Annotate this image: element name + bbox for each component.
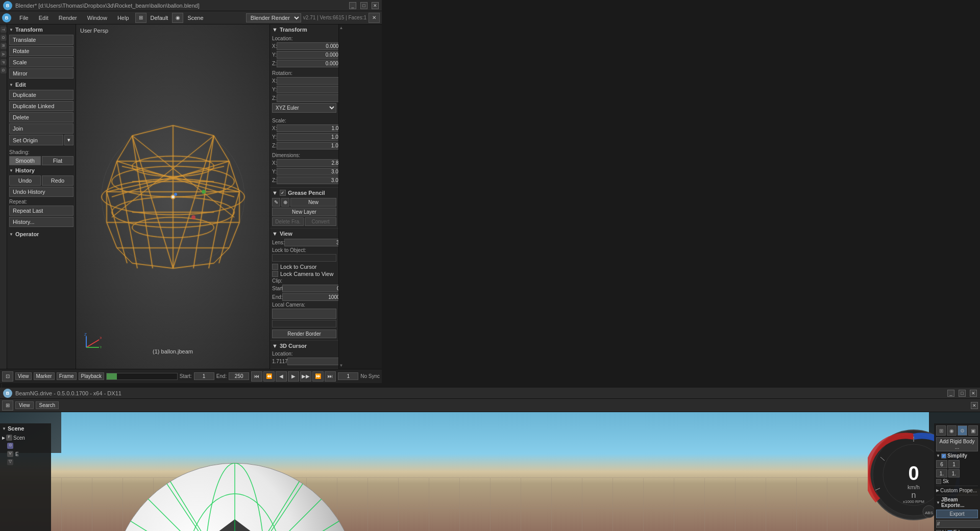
cursor-x-input[interactable]	[287, 358, 338, 365]
beamng-search-btn[interactable]: Search	[36, 401, 59, 409]
rotation-mode-select[interactable]: XYZ Euler	[272, 103, 336, 113]
grease-icon2[interactable]: ⊕	[281, 198, 289, 207]
undo-history-button[interactable]: Undo History	[9, 187, 74, 197]
timeline-track[interactable]	[106, 373, 178, 380]
operator-section-header[interactable]: ▼ Operator	[9, 231, 74, 237]
mirror-button[interactable]: Mirror	[9, 68, 74, 79]
cursor3d-header[interactable]: ▼ 3D Cursor	[272, 343, 336, 349]
loc-y-input[interactable]	[277, 51, 338, 59]
timeline-end-input[interactable]	[229, 372, 249, 380]
duplicate-linked-button[interactable]: Duplicate Linked	[9, 101, 74, 111]
custom-props-header[interactable]: ▶ Custom Prope...	[936, 488, 978, 493]
object-icon[interactable]: O	[1, 35, 7, 41]
timeline-current-input[interactable]	[338, 372, 358, 380]
grease-pencil-header[interactable]: ▼ ✓ Grease Pencil	[272, 190, 336, 196]
scene-item-3[interactable]: V E	[2, 450, 49, 458]
join-button[interactable]: Join	[9, 123, 74, 134]
beamng-icon-2[interactable]: ◉	[947, 425, 957, 436]
beamng-close-top[interactable]: ✕	[971, 402, 978, 409]
blender-icon[interactable]: B	[2, 13, 11, 22]
maximize-btn[interactable]: □	[360, 2, 368, 9]
timeline-start-input[interactable]	[194, 372, 214, 380]
timeline-marker-btn[interactable]: Marker	[34, 372, 55, 380]
local-camera-input[interactable]	[272, 320, 336, 327]
scene-item-4[interactable]: ▽	[2, 458, 49, 466]
anim-icon[interactable]: A	[1, 51, 7, 57]
render-icon[interactable]: R	[1, 43, 7, 49]
jbeam-header[interactable]: ▼ JBeam Exporte...	[936, 497, 978, 508]
rot-x-input[interactable]	[277, 77, 338, 85]
close-btn[interactable]: ✕	[372, 2, 379, 9]
simplify-sk-row[interactable]: Sk	[936, 478, 978, 484]
export-btn[interactable]: Export	[936, 510, 978, 518]
simp-12-btn[interactable]: 1.	[948, 469, 960, 477]
sk-checkbox[interactable]	[936, 479, 941, 484]
rotate-button[interactable]: Rotate	[9, 46, 74, 56]
window-menu[interactable]: Window	[83, 14, 111, 22]
beamng-view-btn[interactable]: View	[15, 401, 34, 409]
beamng-icon-4[interactable]: ▣	[968, 425, 978, 436]
flat-button[interactable]: Flat	[42, 156, 74, 165]
dim-x-input[interactable]	[277, 159, 338, 167]
beamng-icon-1[interactable]: ⊞	[936, 425, 946, 436]
simp-11-btn[interactable]: 1.	[936, 469, 947, 477]
grease-icon[interactable]: G	[1, 67, 7, 73]
skip-back-btn[interactable]: ⏮	[251, 371, 262, 382]
history-section-header[interactable]: ▼ History	[9, 167, 74, 173]
physics-icon[interactable]: P	[1, 59, 7, 65]
translate-button[interactable]: Translate	[9, 35, 74, 45]
lock-camera-checkbox[interactable]	[272, 271, 278, 277]
help-menu[interactable]: Help	[113, 14, 133, 22]
scale-button[interactable]: Scale	[9, 57, 74, 67]
layout-icon[interactable]: ⊞	[135, 13, 146, 23]
custom-props-section[interactable]: ▶ Custom Prope...	[936, 486, 978, 495]
rot-z-input[interactable]	[277, 94, 338, 102]
view-section-header[interactable]: ▼ View	[272, 231, 336, 237]
scene-icon[interactable]: ◉	[172, 13, 183, 23]
lock-camera-row[interactable]: Lock Camera to View	[272, 271, 336, 277]
next-frame-btn[interactable]: ⏩	[312, 371, 324, 382]
lock-object-input[interactable]	[272, 254, 336, 262]
panel-divider[interactable]: ⋮	[0, 383, 3, 388]
lock-cursor-checkbox[interactable]	[272, 264, 278, 270]
timeline-playback-btn[interactable]: Playback	[79, 372, 105, 380]
simplify-header[interactable]: ▼ ✓ Simplify	[936, 453, 978, 459]
smooth-button[interactable]: Smooth	[9, 156, 41, 165]
scroll-down-arrow[interactable]: ▼	[338, 363, 345, 368]
dim-y-input[interactable]	[277, 168, 338, 175]
grease-new-icon[interactable]: ✎	[272, 198, 280, 207]
local-camera-btn[interactable]	[272, 309, 336, 319]
clip-end-input[interactable]	[282, 293, 338, 301]
beamng-layout-icon[interactable]: ⊞	[2, 400, 13, 411]
set-origin-arrow[interactable]: ▾	[64, 135, 74, 145]
grease-new-layer-button[interactable]: New Layer	[272, 208, 336, 216]
dim-z-input[interactable]	[277, 176, 338, 184]
transform-section-header[interactable]: ▼ Transform	[9, 27, 74, 33]
scroll-up-arrow[interactable]: ▲	[338, 26, 345, 30]
add-rigid-body-btn[interactable]: Add Rigid Body ...	[936, 437, 978, 451]
timeline-icon[interactable]: ⊡	[2, 371, 13, 382]
loc-z-input[interactable]	[277, 60, 338, 67]
redo-button[interactable]: Redo	[42, 175, 74, 186]
loc-x-input[interactable]	[277, 42, 338, 50]
timeline-view-btn[interactable]: View	[15, 372, 32, 380]
scale-x-input[interactable]	[277, 124, 338, 132]
beamng-close-btn[interactable]: ✕	[970, 390, 977, 397]
beamng-viewport[interactable]: 0 km/h x1000 RPM n P	[0, 412, 980, 531]
lens-input[interactable]	[284, 239, 338, 246]
edit-menu[interactable]: Edit	[35, 14, 53, 22]
edit-section-header[interactable]: ▼ Edit	[9, 82, 74, 88]
render-border-button[interactable]: Render Border	[272, 330, 336, 338]
render-engine-select[interactable]: Blender Render	[246, 13, 301, 22]
render-menu[interactable]: Render	[55, 14, 81, 22]
beamng-icon-3[interactable]: ⚙	[958, 425, 967, 436]
beamng-minimize-btn[interactable]: _	[947, 390, 954, 397]
3d-viewport[interactable]: User Persp	[76, 24, 270, 369]
undo-button[interactable]: Undo	[9, 175, 41, 186]
repeat-last-button[interactable]: Repeat Last	[9, 206, 74, 216]
scale-z-input[interactable]	[277, 142, 338, 149]
timeline-frame-btn[interactable]: Frame	[57, 372, 77, 380]
grease-new-button[interactable]: New	[290, 198, 336, 207]
simp-6-btn[interactable]: 6	[936, 460, 947, 468]
play-fwd-btn[interactable]: ▶▶	[300, 371, 311, 382]
